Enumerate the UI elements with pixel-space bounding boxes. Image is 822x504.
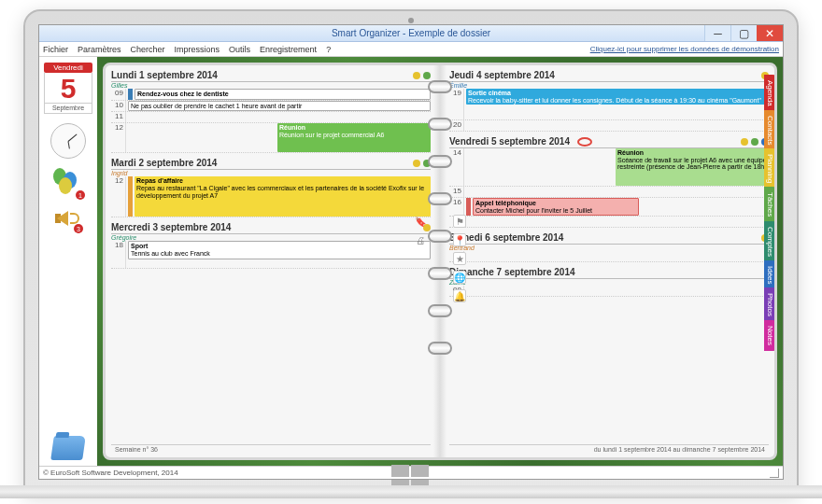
menu-help[interactable]: ?	[326, 45, 331, 54]
day-owner: Bertrand	[449, 245, 769, 251]
day-saturday: Samedi 6 septembre 2014 Bertrand 09	[449, 231, 769, 262]
tab-planning[interactable]: Planning	[764, 148, 776, 189]
window-title: Smart Organizer - Exemple de dossier	[39, 28, 783, 38]
maximize-button[interactable]: ▢	[730, 25, 757, 41]
event[interactable]: RéunionRéunion sur le projet commercial …	[277, 123, 431, 152]
day-owner: Grégoire	[111, 234, 431, 241]
tab-photos[interactable]: Photos	[764, 287, 776, 322]
today-date-widget[interactable]: Vendredi 5 Septembre	[44, 63, 92, 114]
day-header: Dimanche 7 septembre 2014	[449, 267, 575, 277]
minimize-button[interactable]: ─	[704, 25, 730, 41]
bell-icon[interactable]: 🔔	[453, 289, 466, 302]
menu-fichier[interactable]: Fichier	[43, 45, 68, 54]
day-header: Vendredi 5 septembre 2014	[449, 136, 570, 147]
day-owner: Zaïne	[449, 279, 769, 286]
star-icon[interactable]: ★	[453, 252, 466, 265]
day-owner: Émilie	[449, 82, 769, 89]
binder-rings	[428, 80, 452, 355]
resize-grip-icon[interactable]	[770, 469, 779, 478]
tab-notes[interactable]: Notes	[764, 320, 776, 351]
speaker-icon[interactable]: 3	[55, 207, 81, 231]
day-header: Samedi 6 septembre 2014	[449, 232, 563, 243]
today-marker-icon	[577, 137, 592, 147]
event[interactable]: Ne pas oublier de prendre le cachet 1 he…	[128, 101, 431, 112]
flag-icon[interactable]: ⚑	[453, 215, 466, 228]
event[interactable]: Appel téléphoniqueContacter Michel pour …	[473, 198, 639, 216]
pin-icon[interactable]: 📍	[453, 233, 466, 246]
today-month: Septembre	[44, 104, 92, 114]
event[interactable]: RéunionScéance de travail sur le projet …	[616, 148, 769, 186]
tab-comptes[interactable]: Comptes	[764, 221, 776, 262]
menu-impressions[interactable]: Impressions	[175, 45, 220, 54]
menu-chercher[interactable]: Chercher	[131, 45, 165, 54]
window-titlebar: Smart Organizer - Exemple de dossier ─ ▢…	[39, 25, 783, 42]
event[interactable]: Repas d'affaireRepas au restaurant "La C…	[135, 176, 431, 217]
today-dayname: Vendredi	[44, 63, 92, 73]
day-header: Mercredi 3 septembre 2014	[111, 222, 231, 232]
day-owner: Ingrid	[111, 170, 431, 176]
day-thursday: Jeudi 4 septembre 2014 Émilie 19 Sortie …	[449, 69, 769, 132]
week-range: du lundi 1 septembre 2014 au dimanche 7 …	[594, 446, 765, 453]
day-header: Mardi 2 septembre 2014	[111, 158, 217, 168]
menu-parametres[interactable]: Paramètres	[78, 45, 121, 54]
day-tuesday: Mardi 2 septembre 2014 Ingrid 12 Repas d…	[111, 157, 431, 217]
right-tabs: Agenda Contacts Planning Tâches Comptes …	[764, 75, 776, 349]
day-owner: Gilles	[111, 82, 431, 89]
desk-background: 🔖 🖨 ⚑ 📍 ★ 🌐 🔔 Lundi 1 septembre 2014	[97, 57, 783, 466]
copyright: © EuroSoft Software Development, 2014	[43, 469, 178, 477]
demo-hint-link[interactable]: Cliquez-ici pour supprimer les données d…	[590, 45, 779, 53]
balloons-badge: 1	[76, 190, 85, 200]
menu-enregistrement[interactable]: Enregistrement	[260, 45, 317, 54]
speaker-badge: 3	[74, 224, 83, 233]
day-friday: Vendredi 5 septembre 2014 14 RéunionScéa…	[449, 135, 769, 228]
clock-icon	[50, 123, 86, 159]
tab-taches[interactable]: Tâches	[764, 187, 776, 222]
menu-outils[interactable]: Outils	[229, 45, 250, 54]
close-button[interactable]: ✕	[757, 25, 783, 41]
day-header: Jeudi 4 septembre 2014	[449, 70, 555, 80]
globe-icon[interactable]: 🌐	[453, 271, 466, 284]
folder-icon[interactable]	[50, 436, 86, 460]
print-icon[interactable]: 🖨	[414, 233, 427, 246]
organizer-book: 🔖 🖨 ⚑ 📍 ★ 🌐 🔔 Lundi 1 septembre 2014	[103, 63, 777, 460]
menu-bar: Fichier Paramètres Chercher Impressions …	[39, 42, 783, 57]
day-monday: Lundi 1 septembre 2014 Gilles 09 Rendez-…	[111, 69, 431, 153]
tab-contacts[interactable]: Contacts	[764, 110, 776, 151]
tab-idees[interactable]: Idées	[764, 260, 776, 290]
event[interactable]: Sortie cinémaRecevoir la baby-sitter et …	[466, 89, 769, 105]
week-number: Semaine n° 36	[115, 446, 158, 453]
bookmark-icon[interactable]: 🔖	[414, 215, 427, 228]
tab-agenda[interactable]: Agenda	[764, 75, 776, 112]
day-header: Lundi 1 septembre 2014	[111, 70, 218, 80]
balloons-icon[interactable]: 1	[53, 168, 83, 198]
event[interactable]: SportTennis au club avec Franck	[128, 241, 431, 259]
day-sunday: Dimanche 7 septembre 2014 Zaïne 08	[449, 266, 769, 297]
day-wednesday: Mercredi 3 septembre 2014 Grégoire 18 Sp…	[111, 221, 431, 269]
event[interactable]: Rendez-vous chez le dentiste	[135, 89, 431, 100]
left-toolbar: Vendredi 5 Septembre 1 3	[39, 57, 97, 466]
today-daynum: 5	[44, 73, 92, 104]
